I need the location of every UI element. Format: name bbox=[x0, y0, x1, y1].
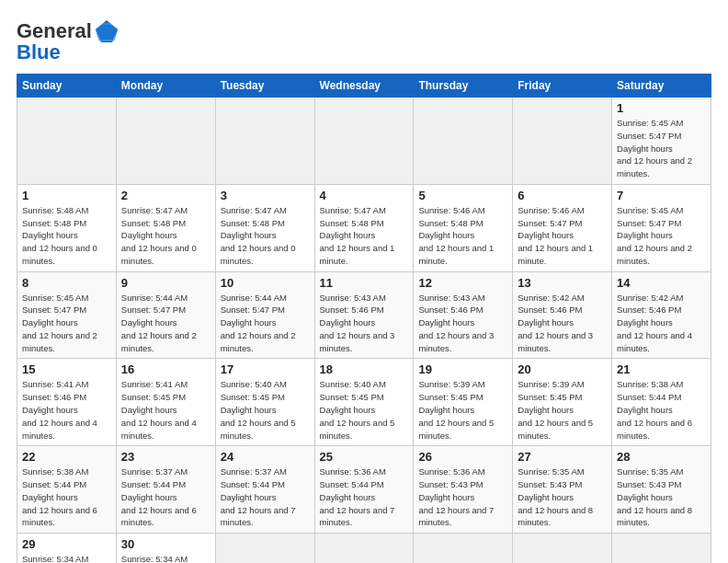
day-info: Sunrise: 5:36 AMSunset: 5:44 PMDaylight … bbox=[320, 466, 395, 527]
day-number: 10 bbox=[221, 276, 310, 290]
day-info: Sunrise: 5:47 AMSunset: 5:48 PMDaylight … bbox=[121, 205, 197, 266]
calendar-cell bbox=[215, 98, 314, 185]
day-info: Sunrise: 5:34 AMSunset: 5:43 PMDaylight … bbox=[22, 554, 97, 563]
day-info: Sunrise: 5:44 AMSunset: 5:47 PMDaylight … bbox=[121, 293, 197, 353]
calendar-cell bbox=[414, 534, 513, 563]
day-number: 27 bbox=[518, 450, 607, 464]
day-number: 21 bbox=[617, 362, 706, 376]
week-row-0: 1 Sunrise: 5:45 AMSunset: 5:47 PMDayligh… bbox=[17, 98, 711, 185]
calendar-cell: 13 Sunrise: 5:42 AMSunset: 5:46 PMDaylig… bbox=[513, 271, 612, 359]
day-number: 8 bbox=[22, 276, 111, 290]
calendar-cell: 29 Sunrise: 5:34 AMSunset: 5:43 PMDaylig… bbox=[17, 534, 117, 563]
weekday-thursday: Thursday bbox=[414, 75, 513, 98]
day-info: Sunrise: 5:35 AMSunset: 5:43 PMDaylight … bbox=[617, 466, 692, 527]
calendar-cell: 3 Sunrise: 5:47 AMSunset: 5:48 PMDayligh… bbox=[215, 184, 314, 271]
header: General Blue bbox=[17, 17, 711, 64]
day-number: 7 bbox=[617, 189, 706, 202]
day-info: Sunrise: 5:34 AMSunset: 5:43 PMDaylight … bbox=[121, 554, 197, 563]
calendar-cell: 1 Sunrise: 5:45 AMSunset: 5:47 PMDayligh… bbox=[612, 98, 711, 185]
day-number: 22 bbox=[22, 450, 111, 464]
day-number: 5 bbox=[418, 189, 507, 202]
day-info: Sunrise: 5:46 AMSunset: 5:48 PMDaylight … bbox=[418, 205, 494, 266]
week-row-1: 1 Sunrise: 5:48 AMSunset: 5:48 PMDayligh… bbox=[17, 184, 711, 271]
calendar-cell bbox=[116, 98, 215, 185]
day-info: Sunrise: 5:47 AMSunset: 5:48 PMDaylight … bbox=[221, 205, 296, 266]
calendar-cell: 27 Sunrise: 5:35 AMSunset: 5:43 PMDaylig… bbox=[513, 446, 612, 534]
day-number: 3 bbox=[221, 189, 310, 202]
calendar-cell: 11 Sunrise: 5:43 AMSunset: 5:46 PMDaylig… bbox=[314, 271, 414, 359]
day-info: Sunrise: 5:35 AMSunset: 5:43 PMDaylight … bbox=[518, 466, 593, 527]
calendar-cell: 18 Sunrise: 5:40 AMSunset: 5:45 PMDaylig… bbox=[314, 359, 414, 446]
day-number: 30 bbox=[121, 537, 210, 551]
day-number: 28 bbox=[617, 450, 706, 464]
calendar-cell bbox=[414, 98, 513, 185]
day-number: 13 bbox=[518, 276, 607, 290]
calendar-cell: 20 Sunrise: 5:39 AMSunset: 5:45 PMDaylig… bbox=[513, 359, 612, 446]
day-number: 17 bbox=[221, 362, 310, 376]
calendar-cell bbox=[17, 98, 117, 185]
day-info: Sunrise: 5:48 AMSunset: 5:48 PMDaylight … bbox=[22, 205, 97, 266]
day-info: Sunrise: 5:38 AMSunset: 5:44 PMDaylight … bbox=[22, 466, 97, 527]
weekday-friday: Friday bbox=[513, 75, 612, 98]
calendar-cell: 17 Sunrise: 5:40 AMSunset: 5:45 PMDaylig… bbox=[215, 359, 314, 446]
calendar-cell: 24 Sunrise: 5:37 AMSunset: 5:44 PMDaylig… bbox=[215, 446, 314, 534]
logo-icon bbox=[92, 17, 121, 46]
calendar-cell: 23 Sunrise: 5:37 AMSunset: 5:44 PMDaylig… bbox=[116, 446, 215, 534]
day-info: Sunrise: 5:45 AMSunset: 5:47 PMDaylight … bbox=[617, 118, 692, 178]
week-row-4: 22 Sunrise: 5:38 AMSunset: 5:44 PMDaylig… bbox=[17, 446, 711, 534]
day-info: Sunrise: 5:42 AMSunset: 5:46 PMDaylight … bbox=[617, 293, 692, 353]
day-info: Sunrise: 5:43 AMSunset: 5:46 PMDaylight … bbox=[320, 293, 395, 353]
day-number: 11 bbox=[320, 276, 409, 290]
day-info: Sunrise: 5:39 AMSunset: 5:45 PMDaylight … bbox=[518, 379, 593, 440]
calendar-body: 1 Sunrise: 5:45 AMSunset: 5:47 PMDayligh… bbox=[17, 98, 711, 564]
weekday-monday: Monday bbox=[116, 75, 215, 98]
day-number: 9 bbox=[121, 276, 210, 290]
calendar-cell bbox=[314, 534, 414, 563]
day-info: Sunrise: 5:44 AMSunset: 5:47 PMDaylight … bbox=[221, 293, 296, 353]
day-number: 16 bbox=[121, 362, 210, 376]
day-info: Sunrise: 5:37 AMSunset: 5:44 PMDaylight … bbox=[221, 466, 296, 527]
calendar-table: SundayMondayTuesdayWednesdayThursdayFrid… bbox=[17, 74, 711, 563]
calendar-cell: 5 Sunrise: 5:46 AMSunset: 5:48 PMDayligh… bbox=[414, 184, 513, 271]
calendar-cell: 22 Sunrise: 5:38 AMSunset: 5:44 PMDaylig… bbox=[17, 446, 117, 534]
calendar-cell: 16 Sunrise: 5:41 AMSunset: 5:45 PMDaylig… bbox=[116, 359, 215, 446]
day-info: Sunrise: 5:40 AMSunset: 5:45 PMDaylight … bbox=[320, 379, 395, 440]
calendar-cell: 10 Sunrise: 5:44 AMSunset: 5:47 PMDaylig… bbox=[215, 271, 314, 359]
calendar-cell: 9 Sunrise: 5:44 AMSunset: 5:47 PMDayligh… bbox=[116, 271, 215, 359]
day-number: 20 bbox=[518, 362, 607, 376]
day-number: 15 bbox=[22, 362, 111, 376]
logo: General Blue bbox=[17, 17, 121, 64]
day-info: Sunrise: 5:47 AMSunset: 5:48 PMDaylight … bbox=[320, 205, 395, 266]
day-number: 24 bbox=[221, 450, 310, 464]
day-number: 2 bbox=[121, 189, 210, 202]
calendar-cell: 26 Sunrise: 5:36 AMSunset: 5:43 PMDaylig… bbox=[414, 446, 513, 534]
calendar-cell: 2 Sunrise: 5:47 AMSunset: 5:48 PMDayligh… bbox=[116, 184, 215, 271]
weekday-header-row: SundayMondayTuesdayWednesdayThursdayFrid… bbox=[17, 75, 711, 98]
calendar-cell bbox=[314, 98, 414, 185]
calendar-cell: 28 Sunrise: 5:35 AMSunset: 5:43 PMDaylig… bbox=[612, 446, 711, 534]
day-number: 4 bbox=[320, 189, 409, 202]
calendar-cell: 14 Sunrise: 5:42 AMSunset: 5:46 PMDaylig… bbox=[612, 271, 711, 359]
page: General Blue SundayMondayTuesdayWednesda… bbox=[0, 0, 728, 563]
weekday-wednesday: Wednesday bbox=[314, 75, 414, 98]
day-number: 26 bbox=[418, 450, 507, 464]
day-info: Sunrise: 5:36 AMSunset: 5:43 PMDaylight … bbox=[418, 466, 494, 527]
day-info: Sunrise: 5:43 AMSunset: 5:46 PMDaylight … bbox=[418, 293, 494, 353]
day-number: 14 bbox=[617, 276, 706, 290]
day-number: 1 bbox=[22, 189, 111, 202]
day-number: 1 bbox=[617, 101, 706, 115]
week-row-2: 8 Sunrise: 5:45 AMSunset: 5:47 PMDayligh… bbox=[17, 271, 711, 359]
calendar-cell bbox=[513, 534, 612, 563]
calendar-cell: 25 Sunrise: 5:36 AMSunset: 5:44 PMDaylig… bbox=[314, 446, 414, 534]
calendar-cell: 7 Sunrise: 5:45 AMSunset: 5:47 PMDayligh… bbox=[612, 184, 711, 271]
day-info: Sunrise: 5:45 AMSunset: 5:47 PMDaylight … bbox=[22, 293, 97, 353]
day-info: Sunrise: 5:41 AMSunset: 5:45 PMDaylight … bbox=[121, 379, 197, 440]
weekday-tuesday: Tuesday bbox=[215, 75, 314, 98]
day-info: Sunrise: 5:45 AMSunset: 5:47 PMDaylight … bbox=[617, 205, 692, 266]
day-info: Sunrise: 5:46 AMSunset: 5:47 PMDaylight … bbox=[518, 205, 593, 266]
calendar-cell bbox=[215, 534, 314, 563]
day-number: 29 bbox=[22, 537, 111, 551]
day-info: Sunrise: 5:42 AMSunset: 5:46 PMDaylight … bbox=[518, 293, 593, 353]
weekday-saturday: Saturday bbox=[612, 75, 711, 98]
calendar-cell: 19 Sunrise: 5:39 AMSunset: 5:45 PMDaylig… bbox=[414, 359, 513, 446]
